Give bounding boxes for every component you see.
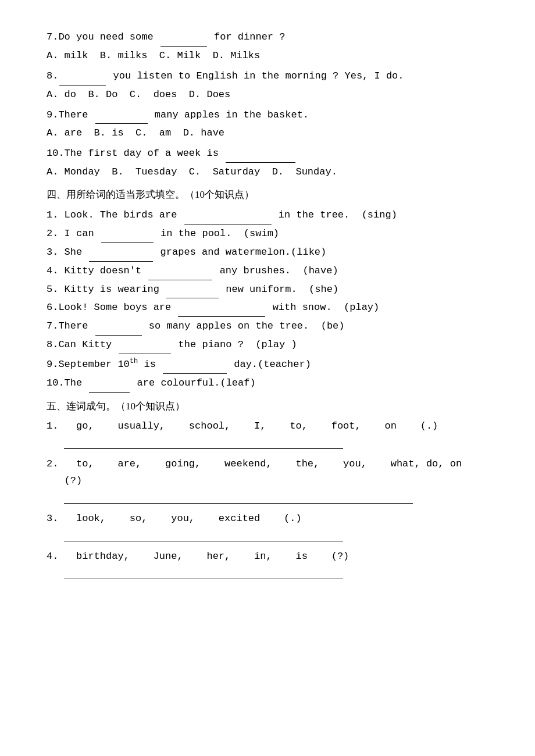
s4-q6-blank (178, 299, 265, 317)
q8-question: 8. you listen to English in the morning … (47, 68, 500, 85)
q9-options: A. are B. is C. am D. have (47, 125, 500, 142)
s4-q8-blank (119, 337, 171, 354)
s4-q9: 9.September 10th is day.(teacher) (47, 355, 500, 374)
s4-q7-blank (95, 318, 142, 336)
q8-blank (59, 68, 106, 85)
section5-title: 五、连词成句。（10个知识点） (47, 398, 500, 415)
s4-q4: 4. Kitty doesn't any brushes. (have) (47, 263, 500, 280)
q7-options: A. milk B. milks C. Milk D. Milks (47, 48, 500, 65)
s4-q6: 6.Look! Some boys are with snow. (play) (47, 299, 500, 317)
s5-q1-block: 1. go, usually, school, I, to, foot, on … (47, 418, 500, 449)
q10-block: 10.The first day of a week is A. Monday … (47, 145, 500, 181)
s4-q10: 10.The are colourful.(leaf) (47, 375, 500, 393)
q8-block: 8. you listen to English in the morning … (47, 68, 500, 104)
s5-q4-block: 4. birthday, June, her, in, is (?) (47, 548, 500, 579)
s5-q3-block: 3. look, so, you, excited (.) (47, 511, 500, 541)
s4-q9-blank (163, 356, 227, 374)
q10-blank (226, 145, 295, 163)
section4-title: 四、用所给词的适当形式填空。（10个知识点） (47, 187, 500, 204)
q8-options: A. do B. Do C. does D. Does (47, 87, 500, 104)
s5-q1-answer-line (64, 437, 343, 449)
s4-q2-blank (101, 226, 154, 243)
section5: 五、连词成句。（10个知识点） 1. go, usually, school, … (47, 398, 500, 579)
s5-q2-answer-line (64, 492, 413, 504)
s5-q1-words: 1. go, usually, school, I, to, foot, on … (47, 418, 500, 435)
section3-continued: 7.Do you need some for dinner ? A. milk … (47, 29, 500, 181)
q7-blank (160, 29, 207, 47)
s5-q2-words: 2. to, are, going, weekend, the, you, wh… (47, 456, 500, 490)
worksheet-content: 7.Do you need some for dinner ? A. milk … (47, 29, 500, 579)
s5-q4-words: 4. birthday, June, her, in, is (?) (47, 548, 500, 565)
s4-q5: 5. Kitty is wearing new uniform. (she) (47, 281, 500, 299)
s4-q3: 3. She grapes and watermelon.(like) (47, 244, 500, 262)
s5-q3-answer-line (64, 530, 343, 541)
q9-blank (95, 107, 148, 124)
q9-question: 9.There many apples in the basket. (47, 107, 500, 124)
q7-question: 7.Do you need some for dinner ? (47, 29, 500, 47)
s5-q2-block: 2. to, are, going, weekend, the, you, wh… (47, 456, 500, 504)
s4-q1: 1. Look. The birds are in the tree. (sin… (47, 207, 500, 224)
s5-q3-words: 3. look, so, you, excited (.) (47, 511, 500, 527)
s4-q1-blank (184, 207, 272, 224)
s4-q3-blank (89, 244, 153, 262)
s4-q2: 2. I can in the pool. (swim) (47, 226, 500, 243)
q10-options: A. Monday B. Tuesday C. Saturday D. Sund… (47, 164, 500, 181)
s4-q4-blank (148, 263, 212, 280)
s4-q7: 7.There so many apples on the tree. (be) (47, 318, 500, 336)
s4-q10-blank (89, 375, 130, 393)
s4-q5-blank (166, 281, 219, 299)
q9-block: 9.There many apples in the basket. A. ar… (47, 107, 500, 142)
q10-question: 10.The first day of a week is (47, 145, 500, 163)
s4-q8: 8.Can Kitty the piano ? (play ) (47, 337, 500, 354)
section4: 四、用所给词的适当形式填空。（10个知识点） 1. Look. The bird… (47, 187, 500, 392)
q7-block: 7.Do you need some for dinner ? A. milk … (47, 29, 500, 65)
s5-q4-answer-line (64, 568, 343, 579)
